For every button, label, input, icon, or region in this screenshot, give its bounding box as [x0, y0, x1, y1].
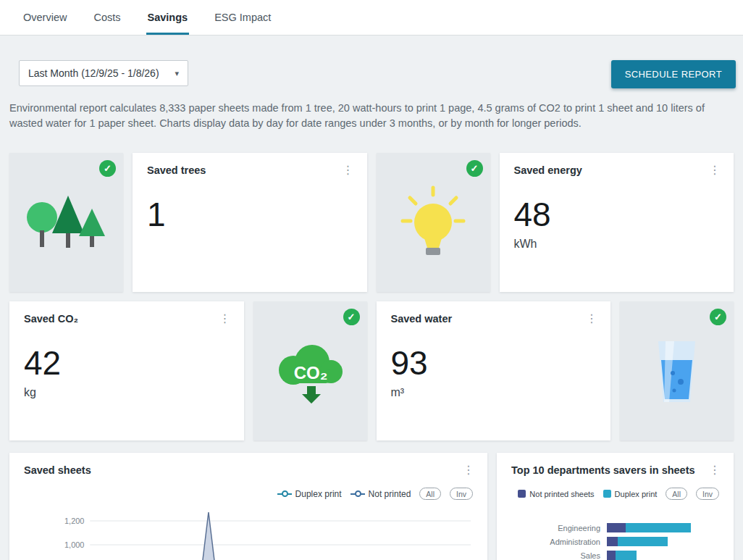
saved-energy-illustration: ✓	[377, 153, 490, 292]
department-bars: EngineeringAdministrationSales	[511, 523, 719, 560]
card-title: Saved trees	[147, 164, 353, 176]
date-range-value: Last Month (12/9/25 - 1/8/26)	[28, 67, 159, 79]
bar-segment[interactable]	[607, 551, 616, 560]
saved-energy-card: Saved energy ⋮ 48 kWh	[500, 153, 734, 292]
saved-water-illustration: ✓	[620, 301, 734, 440]
kebab-menu-icon[interactable]: ⋮	[705, 162, 724, 178]
check-badge-icon: ✓	[343, 309, 360, 325]
schedule-report-button[interactable]: SCHEDULE REPORT	[611, 60, 736, 88]
card-title: Top 10 departments savers in sheets	[511, 464, 719, 476]
co2-cloud-icon: CO₂	[270, 337, 350, 406]
legend-item-not-printed-sheets[interactable]: Not printed sheets	[518, 490, 594, 498]
filter-inv-button[interactable]: Inv	[696, 488, 719, 500]
kebab-menu-icon[interactable]: ⋮	[582, 311, 601, 327]
filter-all-button[interactable]: All	[666, 488, 687, 500]
water-glass-icon	[650, 337, 704, 406]
stat-value: 1	[147, 196, 353, 233]
kebab-menu-icon[interactable]: ⋮	[705, 462, 724, 478]
legend-item-not-printed[interactable]: Not printed	[350, 489, 411, 499]
bar-category-label: Administration	[511, 538, 607, 546]
bar-track	[607, 551, 637, 560]
card-title: Saved energy	[514, 164, 720, 176]
tab-bar: Overview Costs Savings ESG Impact	[0, 0, 743, 35]
bar-segment[interactable]	[607, 523, 626, 532]
line-marker-icon	[350, 493, 365, 495]
square-marker-icon	[518, 490, 526, 498]
legend-label: Not printed sheets	[529, 490, 594, 498]
legend-label: Not printed	[369, 489, 411, 499]
saved-trees-card: Saved trees ⋮ 1	[133, 153, 367, 292]
stats-row-1: ✓ Saved trees ⋮ 1 ✓	[9, 153, 734, 292]
date-range-select[interactable]: Last Month (12/9/25 - 1/8/26) ▾	[19, 60, 188, 86]
legend-item-duplex-print[interactable]: Duplex print	[603, 490, 658, 498]
saved-sheets-legend: Duplex print Not printed All Inv	[24, 488, 473, 500]
saved-water-card: Saved water ⋮ 93 m³	[377, 301, 611, 440]
card-title: Saved water	[391, 313, 597, 325]
bar-row: Engineering	[511, 523, 719, 532]
chart-area-spike	[198, 512, 219, 560]
top-departments-chart-card: Top 10 departments savers in sheets ⋮ No…	[497, 453, 734, 560]
saved-co2-card: Saved CO₂ ⋮ 42 kg	[9, 301, 244, 440]
lightbulb-icon	[399, 185, 468, 261]
trees-icon	[25, 188, 108, 257]
bar-track	[607, 523, 691, 532]
stat-value: 48	[514, 196, 720, 233]
stat-unit: kWh	[514, 238, 720, 251]
kebab-menu-icon[interactable]: ⋮	[459, 462, 478, 478]
charts-row: Saved sheets ⋮ Duplex print Not printed …	[9, 453, 734, 560]
chevron-down-icon: ▾	[175, 69, 179, 78]
svg-text:CO₂: CO₂	[294, 363, 328, 383]
report-description: Environmental report calculates 8,333 pa…	[9, 101, 734, 130]
tab-costs[interactable]: Costs	[92, 0, 122, 35]
bar-track	[607, 537, 668, 546]
bar-segment[interactable]	[626, 523, 691, 532]
svg-text:1,200: 1,200	[64, 517, 84, 525]
bar-row: Sales	[511, 551, 719, 560]
stats-row-2: Saved CO₂ ⋮ 42 kg ✓ CO₂ Saved water ⋮ 93…	[9, 301, 734, 440]
filter-all-button[interactable]: All	[419, 488, 441, 500]
stat-unit: kg	[24, 386, 230, 399]
bar-segment[interactable]	[616, 551, 637, 560]
check-badge-icon: ✓	[99, 160, 116, 177]
check-badge-icon: ✓	[710, 309, 726, 325]
check-badge-icon: ✓	[466, 160, 483, 177]
bar-category-label: Sales	[511, 551, 607, 560]
stat-value: 93	[391, 345, 597, 382]
square-marker-icon	[603, 490, 611, 498]
card-title: Saved CO₂	[24, 313, 230, 325]
kebab-menu-icon[interactable]: ⋮	[339, 162, 358, 178]
bar-category-label: Engineering	[511, 524, 607, 532]
card-title: Saved sheets	[24, 464, 473, 476]
departments-legend: Not printed sheets Duplex print All Inv	[511, 488, 719, 500]
bar-segment[interactable]	[607, 537, 618, 546]
saved-trees-illustration: ✓	[9, 153, 123, 292]
line-marker-icon	[277, 493, 292, 495]
legend-item-duplex-print[interactable]: Duplex print	[277, 489, 342, 499]
legend-label: Duplex print	[615, 490, 658, 498]
stat-value: 42	[24, 345, 230, 382]
toolbar: Last Month (12/9/25 - 1/8/26) ▾ SCHEDULE…	[0, 60, 743, 88]
tab-savings[interactable]: Savings	[146, 0, 190, 35]
filter-inv-button[interactable]: Inv	[450, 488, 473, 500]
bar-row: Administration	[511, 537, 719, 546]
kebab-menu-icon[interactable]: ⋮	[216, 311, 235, 327]
tab-overview[interactable]: Overview	[22, 0, 68, 35]
saved-co2-illustration: ✓ CO₂	[253, 301, 367, 440]
bar-segment[interactable]	[618, 537, 668, 546]
legend-label: Duplex print	[295, 489, 342, 499]
stat-unit: m³	[391, 386, 597, 399]
tab-esg-impact[interactable]: ESG Impact	[213, 0, 272, 35]
saved-sheets-chart: 1,200 1,000	[24, 507, 473, 560]
saved-sheets-chart-card: Saved sheets ⋮ Duplex print Not printed …	[9, 453, 487, 560]
svg-text:1,000: 1,000	[64, 540, 84, 549]
